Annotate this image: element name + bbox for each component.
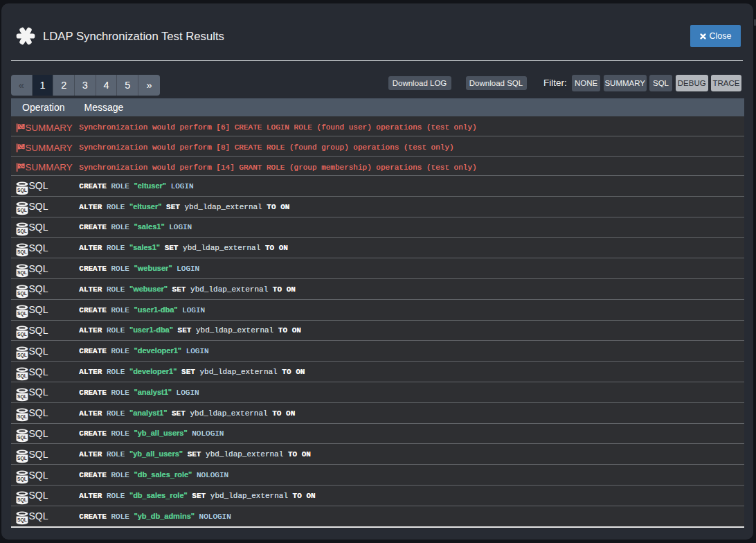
- svg-text:SQL: SQL: [17, 373, 27, 379]
- svg-text:SQL: SQL: [17, 208, 27, 213]
- svg-text:SQL: SQL: [17, 517, 27, 523]
- svg-text:SQL: SQL: [17, 435, 27, 440]
- svg-text:SQL: SQL: [17, 249, 27, 255]
- svg-text:SQL: SQL: [17, 270, 27, 276]
- svg-text:SQL: SQL: [17, 414, 27, 420]
- svg-text:SQL: SQL: [17, 456, 27, 461]
- svg-text:SQL: SQL: [17, 229, 27, 234]
- svg-text:SQL: SQL: [17, 497, 27, 503]
- svg-text:SQL: SQL: [17, 477, 27, 482]
- svg-text:SQL: SQL: [17, 353, 27, 358]
- svg-text:SQL: SQL: [17, 394, 27, 400]
- svg-text:SQL: SQL: [17, 188, 27, 193]
- svg-text:SQL: SQL: [17, 332, 27, 337]
- svg-text:SQL: SQL: [17, 311, 27, 317]
- svg-text:SQL: SQL: [17, 291, 27, 296]
